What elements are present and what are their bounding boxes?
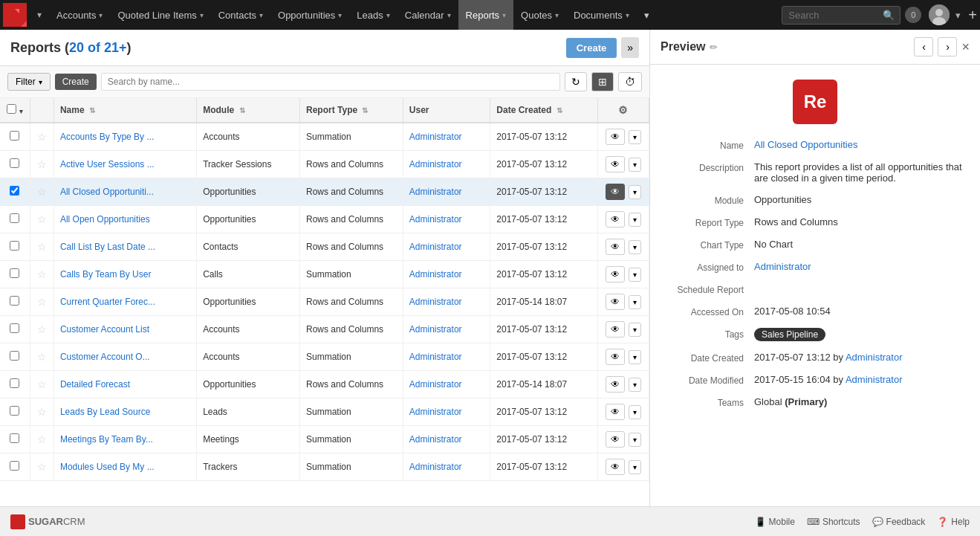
row-preview-button[interactable]: 👁 bbox=[606, 349, 625, 365]
row-preview-button[interactable]: 👁 bbox=[606, 321, 625, 338]
gear-icon[interactable]: ⚙ bbox=[618, 104, 628, 116]
row-checkbox[interactable] bbox=[10, 351, 19, 361]
row-preview-button[interactable]: 👁 bbox=[606, 129, 625, 145]
row-user-link[interactable]: Administrator bbox=[409, 242, 462, 252]
star-icon[interactable]: ☆ bbox=[37, 186, 47, 198]
preview-prev-button[interactable]: ‹ bbox=[914, 37, 933, 56]
row-dropdown-button[interactable]: ▾ bbox=[629, 378, 641, 392]
row-preview-button[interactable]: 👁 bbox=[606, 294, 625, 310]
name-value[interactable]: All Closed Opportunities bbox=[754, 139, 965, 150]
row-name-link[interactable]: Accounts By Type By ... bbox=[60, 132, 155, 142]
col-user-header[interactable]: User bbox=[403, 98, 490, 123]
panel-expand-button[interactable]: » bbox=[621, 37, 639, 58]
sidebar-item-reports[interactable]: Reports ▾ bbox=[458, 0, 514, 30]
row-user-link[interactable]: Administrator bbox=[409, 269, 462, 280]
row-dropdown-button[interactable]: ▾ bbox=[629, 213, 641, 227]
row-name-link[interactable]: Leads By Lead Source bbox=[60, 407, 150, 417]
col-date-header[interactable]: Date Created ⇅ bbox=[490, 98, 597, 123]
row-user-link[interactable]: Administrator bbox=[409, 352, 462, 362]
row-checkbox[interactable] bbox=[10, 378, 19, 388]
star-icon[interactable]: ☆ bbox=[37, 131, 47, 143]
row-name-link[interactable]: Modules Used By My ... bbox=[60, 462, 155, 472]
shortcuts-link[interactable]: ⌨ Shortcuts bbox=[807, 517, 860, 527]
row-dropdown-button[interactable]: ▾ bbox=[629, 240, 641, 254]
star-icon[interactable]: ☆ bbox=[37, 433, 47, 445]
grid-view-button[interactable]: ⊞ bbox=[591, 72, 614, 91]
sidebar-item-leads[interactable]: Leads ▾ bbox=[349, 0, 397, 30]
date-created-user[interactable]: Administrator bbox=[846, 352, 903, 363]
row-user-link[interactable]: Administrator bbox=[409, 462, 462, 472]
row-name-link[interactable]: Customer Account O... bbox=[60, 352, 150, 362]
row-checkbox[interactable] bbox=[10, 131, 19, 141]
sidebar-item-contacts[interactable]: Contacts ▾ bbox=[211, 0, 270, 30]
row-preview-button[interactable]: 👁 bbox=[606, 239, 625, 255]
col-module-header[interactable]: Module ⇅ bbox=[197, 98, 300, 123]
row-checkbox[interactable] bbox=[10, 406, 19, 416]
row-checkbox[interactable] bbox=[10, 296, 19, 306]
row-checkbox[interactable] bbox=[10, 268, 19, 278]
tag-badge[interactable]: Sales Pipeline bbox=[754, 328, 825, 341]
sidebar-item-opportunities[interactable]: Opportunities ▾ bbox=[270, 0, 349, 30]
sidebar-item-quotes[interactable]: Quotes ▾ bbox=[513, 0, 566, 30]
nav-logo-caret[interactable]: ▾ bbox=[30, 0, 49, 30]
list-search-input[interactable] bbox=[101, 73, 560, 91]
row-dropdown-button[interactable]: ▾ bbox=[629, 350, 641, 364]
row-dropdown-button[interactable]: ▾ bbox=[629, 323, 641, 337]
col-type-header[interactable]: Report Type ⇅ bbox=[300, 98, 403, 123]
sidebar-item-calendar[interactable]: Calendar ▾ bbox=[397, 0, 458, 30]
row-preview-button[interactable]: 👁 bbox=[606, 184, 625, 200]
row-user-link[interactable]: Administrator bbox=[409, 324, 462, 335]
row-dropdown-button[interactable]: ▾ bbox=[629, 295, 641, 309]
row-dropdown-button[interactable]: ▾ bbox=[629, 130, 641, 144]
row-dropdown-button[interactable]: ▾ bbox=[629, 405, 641, 419]
settings-button[interactable]: ⏱ bbox=[618, 72, 642, 91]
col-name-header[interactable]: Name ⇅ bbox=[53, 98, 196, 123]
row-dropdown-button[interactable]: ▾ bbox=[629, 460, 641, 474]
row-preview-button[interactable]: 👁 bbox=[606, 431, 625, 448]
row-dropdown-button[interactable]: ▾ bbox=[629, 268, 641, 282]
row-name-link[interactable]: Detailed Forecast bbox=[60, 379, 130, 390]
row-checkbox[interactable] bbox=[10, 433, 19, 443]
create-button[interactable]: Create bbox=[566, 38, 617, 58]
edit-icon[interactable]: ✏ bbox=[710, 42, 718, 53]
select-all-checkbox[interactable] bbox=[7, 104, 16, 114]
star-icon[interactable]: ☆ bbox=[37, 268, 47, 280]
add-button[interactable]: + bbox=[968, 7, 977, 24]
row-name-link[interactable]: Customer Account List bbox=[60, 324, 149, 335]
refresh-button[interactable]: ↻ bbox=[565, 72, 587, 91]
sidebar-item-documents[interactable]: Documents ▾ bbox=[566, 0, 637, 30]
row-user-link[interactable]: Administrator bbox=[409, 132, 462, 142]
row-user-link[interactable]: Administrator bbox=[409, 187, 462, 197]
sidebar-item-quoted-line-items[interactable]: Quoted Line Items ▾ bbox=[110, 0, 210, 30]
star-icon[interactable]: ☆ bbox=[37, 461, 47, 473]
row-name-link[interactable]: Active User Sessions ... bbox=[60, 159, 155, 169]
row-user-link[interactable]: Administrator bbox=[409, 159, 462, 169]
row-name-link[interactable]: Current Quarter Forec... bbox=[60, 297, 155, 307]
row-checkbox[interactable] bbox=[10, 186, 19, 196]
type-sort-icon[interactable]: ⇅ bbox=[362, 106, 368, 114]
star-icon[interactable]: ☆ bbox=[37, 351, 47, 363]
row-dropdown-button[interactable]: ▾ bbox=[629, 185, 641, 199]
star-icon[interactable]: ☆ bbox=[37, 213, 47, 225]
star-icon[interactable]: ☆ bbox=[37, 296, 47, 308]
avatar[interactable] bbox=[929, 4, 950, 25]
help-link[interactable]: ❓ Help bbox=[937, 517, 970, 527]
avatar-caret[interactable]: ▾ bbox=[955, 10, 961, 21]
star-icon[interactable]: ☆ bbox=[37, 158, 47, 170]
app-logo[interactable] bbox=[3, 3, 27, 27]
row-preview-button[interactable]: 👁 bbox=[606, 404, 625, 420]
star-icon[interactable]: ☆ bbox=[37, 378, 47, 390]
row-preview-button[interactable]: 👁 bbox=[606, 459, 625, 475]
row-checkbox[interactable] bbox=[10, 213, 19, 223]
filter-button[interactable]: Filter ▾ bbox=[7, 73, 51, 91]
star-icon[interactable]: ☆ bbox=[37, 323, 47, 335]
row-preview-button[interactable]: 👁 bbox=[606, 266, 625, 282]
star-icon[interactable]: ☆ bbox=[37, 406, 47, 418]
row-name-link[interactable]: Call List By Last Date ... bbox=[60, 242, 155, 252]
nav-more-button[interactable]: ▾ bbox=[637, 0, 657, 30]
row-dropdown-button[interactable]: ▾ bbox=[629, 158, 641, 172]
preview-close-button[interactable]: × bbox=[961, 39, 970, 55]
row-user-link[interactable]: Administrator bbox=[409, 297, 462, 307]
date-modified-user[interactable]: Administrator bbox=[846, 374, 903, 385]
row-checkbox[interactable] bbox=[10, 461, 19, 471]
